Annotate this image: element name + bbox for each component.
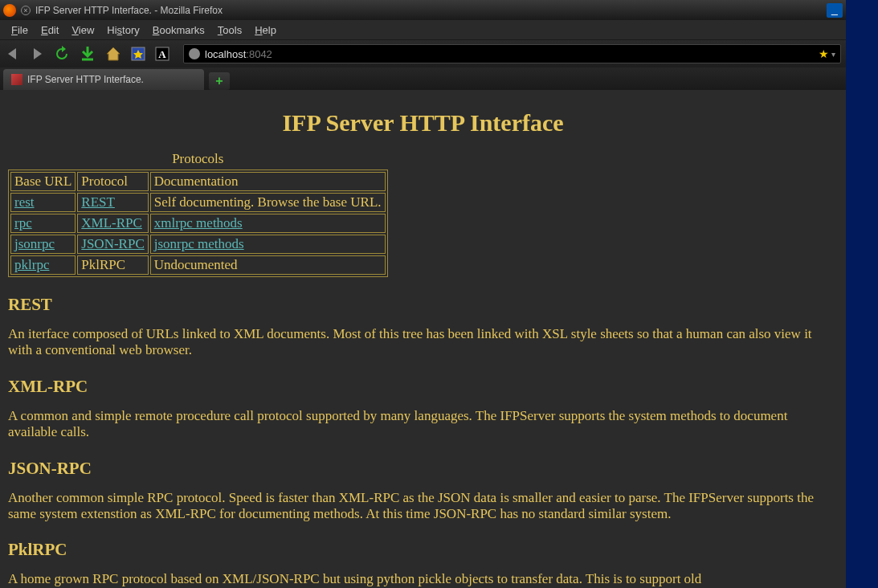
section-heading: JSON-RPC <box>8 459 838 479</box>
section-body: A home grown RPC protocol based on XML/J… <box>8 571 838 587</box>
tab-active[interactable]: IFP Server HTTP Interface. <box>3 69 204 90</box>
base-url-link[interactable]: rest <box>14 194 35 210</box>
tab-label: IFP Server HTTP Interface. <box>27 74 144 85</box>
table-header-row: Base URL Protocol Documentation <box>10 172 386 191</box>
header-protocol: Protocol <box>77 172 148 191</box>
section-body: A common and simple remote procedure cal… <box>8 408 838 441</box>
new-tab-button[interactable]: + <box>209 72 230 90</box>
close-icon[interactable]: × <box>21 6 31 15</box>
table-row: pklrpcPklRPCUndocumented <box>10 255 386 275</box>
reload-button[interactable] <box>53 45 71 63</box>
addon-button[interactable]: A <box>154 46 170 62</box>
browser-window: × IFP Server HTTP Interface. - Mozilla F… <box>0 0 846 588</box>
base-url-link[interactable]: jsonrpc <box>14 236 55 251</box>
protocol-link[interactable]: XML-RPC <box>81 215 142 231</box>
header-base-url: Base URL <box>10 172 76 191</box>
home-button[interactable] <box>104 45 122 63</box>
menu-help[interactable]: Help <box>248 22 283 39</box>
protocols-table: Protocols Base URL Protocol Documentatio… <box>8 151 388 277</box>
doc-cell: Undocumented <box>150 255 386 275</box>
table-row: restRESTSelf documenting. Browse the bas… <box>10 193 386 212</box>
menubar: File Edit View History Bookmarks Tools H… <box>0 20 846 40</box>
header-documentation: Documentation <box>150 172 386 191</box>
section-heading: XML-RPC <box>8 377 838 397</box>
menu-file[interactable]: File <box>5 22 35 39</box>
doc-link[interactable]: xmlrpc methods <box>154 215 243 231</box>
section-heading: REST <box>8 295 838 315</box>
table-row: rpcXML-RPCxmlrpc methods <box>10 214 386 233</box>
menu-tools[interactable]: Tools <box>211 22 248 39</box>
base-url-link[interactable]: rpc <box>14 215 32 231</box>
forward-button[interactable] <box>29 46 45 62</box>
toolbar: A localhost:8042 ★ ▾ <box>0 40 846 67</box>
section-body: An iterface composed of URLs linked to X… <box>8 326 838 359</box>
tab-favicon <box>11 74 22 85</box>
menu-edit[interactable]: Edit <box>35 22 65 39</box>
table-caption: Protocols <box>8 151 388 169</box>
section-heading: PklRPC <box>8 540 838 560</box>
doc-cell: Self documenting. Browse the base URL. <box>150 193 386 212</box>
page-title: IFP Server HTTP Interface <box>8 98 838 151</box>
globe-icon <box>189 48 200 59</box>
url-dropdown-icon[interactable]: ▾ <box>831 50 835 59</box>
page-content: IFP Server HTTP Interface Protocols Base… <box>0 90 846 588</box>
menu-history[interactable]: History <box>100 22 145 39</box>
titlebar: × IFP Server HTTP Interface. - Mozilla F… <box>0 0 846 20</box>
minimize-button[interactable]: _ <box>827 3 843 18</box>
protocol-link[interactable]: REST <box>81 194 115 210</box>
bookmarks-button[interactable] <box>130 46 146 62</box>
back-button[interactable] <box>5 46 21 62</box>
svg-text:A: A <box>158 48 166 60</box>
download-button[interactable] <box>79 45 96 63</box>
url-host: localhost <box>205 48 246 60</box>
tab-bar: IFP Server HTTP Interface. + <box>0 67 846 90</box>
firefox-icon <box>3 4 16 17</box>
table-row: jsonrpcJSON-RPCjsonrpc methods <box>10 235 386 254</box>
window-title: IFP Server HTTP Interface. - Mozilla Fir… <box>35 5 223 16</box>
menu-bookmarks[interactable]: Bookmarks <box>146 22 211 39</box>
url-bar[interactable]: localhost:8042 ★ ▾ <box>183 44 841 63</box>
base-url-link[interactable]: pklrpc <box>14 257 49 272</box>
protocol-link[interactable]: JSON-RPC <box>81 236 144 251</box>
bookmark-star-icon[interactable]: ★ <box>819 47 829 60</box>
section-body: Another common simple RPC protocol. Spee… <box>8 490 838 523</box>
doc-link[interactable]: jsonrpc methods <box>154 236 244 251</box>
protocol-cell: PklRPC <box>77 255 148 275</box>
menu-view[interactable]: View <box>65 22 100 39</box>
url-port: :8042 <box>246 48 272 60</box>
